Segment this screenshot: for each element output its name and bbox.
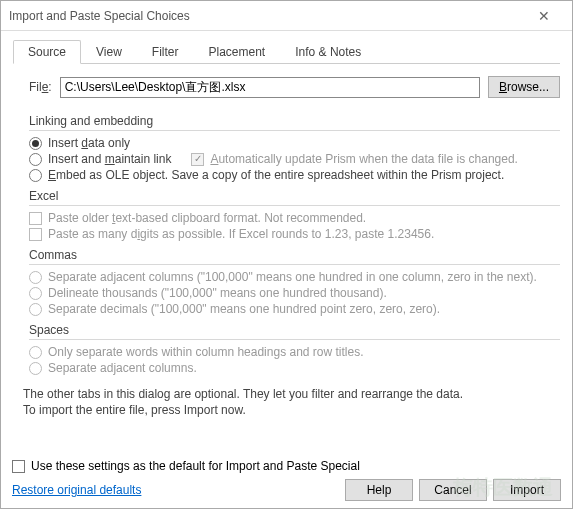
radio-icon: [29, 153, 42, 166]
dialog-content: Source View Filter Placement Info & Note…: [1, 31, 572, 424]
close-icon[interactable]: ✕: [524, 8, 564, 24]
radio-label: Insert data only: [48, 136, 130, 150]
radio-ole[interactable]: Embed as OLE object. Save a copy of the …: [29, 167, 560, 183]
group-linking: Linking and embedding Insert data only I…: [29, 114, 560, 183]
check-label: Paste older text-based clipboard format.…: [48, 211, 366, 225]
radio-label: Separate decimals ("100,000" means one h…: [48, 302, 440, 316]
tab-filter[interactable]: Filter: [137, 40, 194, 64]
group-commas: Commas Separate adjacent columns ("100,0…: [29, 248, 560, 317]
radio-icon: [29, 287, 42, 300]
group-commas-title: Commas: [29, 248, 560, 262]
radio-label: Separate adjacent columns ("100,000" mea…: [48, 270, 537, 284]
radio-commas-decimals: Separate decimals ("100,000" means one h…: [29, 301, 560, 317]
default-label: Use these settings as the default for Im…: [31, 459, 360, 473]
tab-source[interactable]: Source: [13, 40, 81, 64]
titlebar: Import and Paste Special Choices ✕: [1, 1, 572, 31]
radio-icon: [29, 137, 42, 150]
radio-icon: [29, 169, 42, 182]
radio-icon: [29, 346, 42, 359]
radio-icon: [29, 362, 42, 375]
radio-label: Insert and maintain link: [48, 152, 171, 166]
window-title: Import and Paste Special Choices: [9, 9, 524, 23]
radio-label: Delineate thousands ("100,000" means one…: [48, 286, 387, 300]
info-note: The other tabs in this dialog are option…: [23, 386, 560, 418]
radio-label: Separate adjacent columns.: [48, 361, 197, 375]
check-older-format: Paste older text-based clipboard format.…: [29, 210, 560, 226]
auto-label: Automatically update Prism when the data…: [210, 152, 518, 166]
note-line1: The other tabs in this dialog are option…: [23, 386, 560, 402]
radio-commas-thousands: Delineate thousands ("100,000" means one…: [29, 285, 560, 301]
check-many-digits: Paste as many digits as possible. If Exc…: [29, 226, 560, 242]
radio-commas-adjacent: Separate adjacent columns ("100,000" mea…: [29, 269, 560, 285]
check-icon: ✓: [191, 153, 204, 166]
radio-insert-data[interactable]: Insert data only: [29, 135, 560, 151]
radio-maintain-link[interactable]: Insert and maintain link: [29, 151, 171, 167]
cancel-button[interactable]: Cancel: [419, 479, 487, 501]
tab-info-notes[interactable]: Info & Notes: [280, 40, 376, 64]
help-button[interactable]: Help: [345, 479, 413, 501]
checkbox-auto-update: ✓ Automatically update Prism when the da…: [191, 152, 518, 166]
import-button[interactable]: Import: [493, 479, 561, 501]
radio-label: Only separate words within column headin…: [48, 345, 364, 359]
restore-defaults-link[interactable]: Restore original defaults: [12, 483, 141, 497]
file-label: File:: [29, 80, 52, 94]
file-row: File: Browse...: [13, 74, 560, 110]
group-linking-title: Linking and embedding: [29, 114, 560, 128]
radio-spaces-columns: Separate adjacent columns.: [29, 360, 560, 376]
note-line2: To import the entire file, press Import …: [23, 402, 560, 418]
tab-placement[interactable]: Placement: [194, 40, 281, 64]
check-label: Paste as many digits as possible. If Exc…: [48, 227, 434, 241]
radio-icon: [29, 303, 42, 316]
group-excel: Excel Paste older text-based clipboard f…: [29, 189, 560, 242]
group-spaces-title: Spaces: [29, 323, 560, 337]
radio-label: Embed as OLE object. Save a copy of the …: [48, 168, 504, 182]
tab-bar: Source View Filter Placement Info & Note…: [13, 39, 560, 64]
radio-icon: [29, 271, 42, 284]
check-icon: [29, 228, 42, 241]
radio-spaces-words: Only separate words within column headin…: [29, 344, 560, 360]
tab-view[interactable]: View: [81, 40, 137, 64]
check-icon: [29, 212, 42, 225]
group-excel-title: Excel: [29, 189, 560, 203]
file-input[interactable]: [60, 77, 480, 98]
footer: Use these settings as the default for Im…: [12, 459, 561, 501]
group-spaces: Spaces Only separate words within column…: [29, 323, 560, 376]
check-default[interactable]: [12, 460, 25, 473]
browse-button[interactable]: Browse...: [488, 76, 560, 98]
